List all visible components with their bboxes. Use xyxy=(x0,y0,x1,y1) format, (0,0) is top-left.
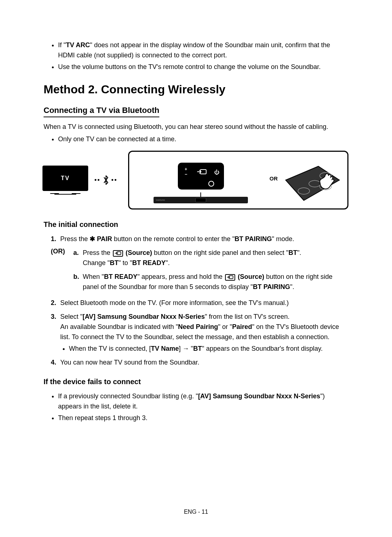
steps-list: Press the ✱ PAIR button on the remote co… xyxy=(44,234,348,244)
diagram-or-label: OR xyxy=(270,175,278,182)
soundbar-touch-illustration xyxy=(282,166,340,203)
description-text: When a TV is connected using Bluetooth, … xyxy=(44,122,348,132)
volume-plus-icon: + xyxy=(185,167,187,172)
or-label: (OR) xyxy=(51,248,68,296)
step-4: You can now hear TV sound from the Sound… xyxy=(51,357,348,367)
page-footer: ENG - 11 xyxy=(0,509,392,515)
intro-bullets: If "TV ARC" does not appear in the displ… xyxy=(44,40,348,72)
or-sub-steps: a. Press the (Source) button on the righ… xyxy=(73,248,348,296)
power-icon: ⏻ xyxy=(214,169,219,175)
intro-bullet-1: If "TV ARC" does not appear in the displ… xyxy=(58,40,348,60)
step-1a: a. Press the (Source) button on the righ… xyxy=(73,248,348,268)
step-1b: b. When "BT READY" appears, press and ho… xyxy=(73,272,348,292)
tv-illustration: TV •• •• xyxy=(44,166,117,195)
soundbar-illustration: SAMSUNG xyxy=(154,197,248,203)
steps-list-cont: Select Bluetooth mode on the TV. (For mo… xyxy=(44,298,348,367)
soundbar-brand-label: SAMSUNG xyxy=(156,199,165,201)
intro-bullet-2: Use the volume buttons on the TV's remot… xyxy=(58,62,348,72)
tv-screen-label: TV xyxy=(42,166,88,191)
bluetooth-waves-icon: •• •• xyxy=(94,175,117,185)
source-icon xyxy=(225,274,235,281)
source-icon xyxy=(195,168,208,176)
description-bullet: Only one TV can be connected at a time. xyxy=(58,134,348,144)
fails-bullets: If a previously connected Soundbar listi… xyxy=(44,391,348,423)
step-2: Select Bluetooth mode on the TV. (For mo… xyxy=(51,298,348,308)
devices-frame: + − ⏻ SAMSUNG OR xyxy=(128,151,348,209)
description-bullet-list: Only one TV can be connected at a time. xyxy=(44,134,348,144)
method-heading: Method 2. Connecting Wirelessly xyxy=(44,83,348,96)
bluetooth-diagram: TV •• •• + − xyxy=(44,151,348,209)
step-1: Press the ✱ PAIR button on the remote co… xyxy=(51,234,348,244)
initial-connection-heading: The initial connection xyxy=(44,220,348,229)
fails-heading: If the device fails to connect xyxy=(44,378,348,386)
remote-body-icon xyxy=(183,180,219,186)
source-icon xyxy=(113,250,123,257)
sub-heading: Connecting a TV via Bluetooth xyxy=(44,106,159,117)
step-3-sub: When the TV is connected, [TV Name] → "B… xyxy=(69,343,348,354)
step-3: Select "[AV] Samsung Soundbar Nxxx N-Ser… xyxy=(51,312,348,354)
volume-minus-icon: − xyxy=(185,172,187,177)
soundbar-remote-illustration: + − ⏻ SAMSUNG xyxy=(136,163,265,203)
bluetooth-icon: ✱ xyxy=(90,235,95,243)
fails-bullet-1: If a previously connected Soundbar listi… xyxy=(58,391,348,411)
remote-control-closeup: + − ⏻ xyxy=(178,163,224,190)
fails-bullet-2: Then repeat steps 1 through 3. xyxy=(58,413,348,423)
